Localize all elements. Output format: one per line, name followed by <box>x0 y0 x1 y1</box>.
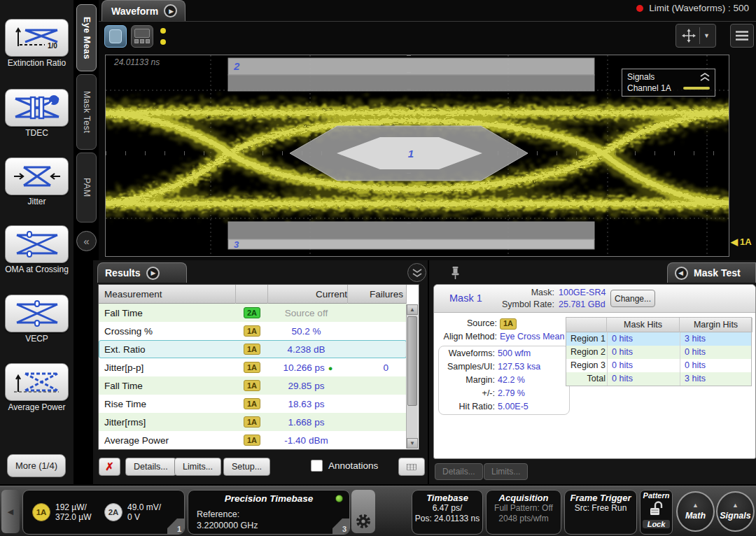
align-method-label: Align Method: <box>438 330 500 344</box>
signals-button[interactable]: ▲ Signals <box>716 491 755 532</box>
annotations-checkbox[interactable] <box>311 460 323 472</box>
marker-label: 1A <box>740 237 752 247</box>
pin-icon[interactable] <box>450 266 461 280</box>
legend-collapse-icon[interactable] <box>700 73 710 81</box>
details-button[interactable]: Details... <box>125 458 176 476</box>
channel-pager-left[interactable]: ◀ <box>1 490 20 533</box>
change-mask-button[interactable]: Change... <box>610 290 655 307</box>
eye-diagram-plot[interactable]: 2 3 1 24.01133 ns Signals <box>105 55 729 257</box>
table-row[interactable]: Rise Time1A18.63 ps <box>99 395 407 413</box>
back-icon[interactable]: ◀ <box>675 267 688 280</box>
scrollbar-thumb[interactable] <box>407 316 417 406</box>
setup-button[interactable]: Setup... <box>223 458 270 476</box>
panel-page-number: 3 <box>332 519 349 534</box>
tool-label: Extinction Ratio <box>5 59 69 68</box>
scroll-down-button[interactable]: ▼ <box>407 438 418 449</box>
table-row[interactable]: Jitter[rms]1A1.668 ps <box>99 413 407 431</box>
offset-value: 372.0 µW <box>55 512 92 522</box>
hits-row[interactable]: Region 10 hits3 hits <box>566 332 751 346</box>
more-measurements-button[interactable]: More (1/4) <box>7 454 66 477</box>
math-button[interactable]: ▲ Math <box>676 491 715 532</box>
legend-channel-label: Channel 1A <box>627 83 671 93</box>
results-scrollbar[interactable]: ▲ ▼ <box>406 304 418 449</box>
source-badge[interactable]: 1A <box>500 318 517 330</box>
limits-button[interactable]: Limits... <box>174 458 221 476</box>
panel-page-number: 1 <box>167 519 184 534</box>
results-tab[interactable]: Results ▶ <box>97 262 187 283</box>
hits-row[interactable]: Region 20 hits0 hits <box>566 346 751 359</box>
channel-level-marker[interactable]: ◀ 1A <box>731 237 752 247</box>
precision-timebase-led <box>335 495 343 502</box>
timebase-title: Timebase <box>412 493 482 503</box>
table-view-button[interactable] <box>398 458 425 476</box>
up-arrow-icon: ▲ <box>692 502 699 509</box>
split-display-button[interactable] <box>131 25 153 48</box>
offset-value: 0 V <box>127 512 140 522</box>
align-method-value[interactable]: Eye Cross Mean <box>500 330 564 344</box>
timebase-position-readout: 24.01133 ns <box>114 57 160 67</box>
tab-pam[interactable]: PAM <box>76 153 97 223</box>
svg-text:2: 2 <box>233 60 240 72</box>
channel-2a-chip[interactable]: 2A 49.0 mV/0 V <box>104 502 161 522</box>
timebase-panel[interactable]: Timebase 6.47 ps/ Pos: 24.01133 ns <box>412 490 483 535</box>
setup-gear-button[interactable] <box>351 490 375 533</box>
play-icon[interactable]: ▶ <box>146 267 160 280</box>
mask-test-tab[interactable]: ◀ Mask Test <box>667 262 756 283</box>
table-row[interactable]: Fall Time2ASource off <box>99 304 407 322</box>
bottom-status-bar: ◀ 1A 192 µW/372.0 µW 2A 49.0 mV/0 V 1 Pr… <box>0 486 756 536</box>
run-status-icon <box>636 5 643 12</box>
delete-measurement-button[interactable]: ✗ <box>99 458 120 476</box>
mask-stats-box: Waveforms:500 wfm Samples/UI:127.53 ksa … <box>438 346 570 415</box>
pattern-label: Pattern <box>640 491 672 500</box>
hits-total-row: Total0 hits3 hits <box>566 372 751 386</box>
table-row[interactable]: Jitter[p-p]1A10.266 ps●0 <box>99 358 407 376</box>
channel-1a-chip[interactable]: 1A 192 µW/372.0 µW <box>32 502 92 522</box>
mask-limits-button-disabled[interactable]: Limits... <box>484 463 528 480</box>
move-tool-button[interactable]: ▼ <box>676 24 716 48</box>
tab-mask-test[interactable]: Mask Test <box>76 74 97 150</box>
symbol-rate-value: 25.781 GBd <box>559 299 606 311</box>
trigger-source: Src: Free Run <box>565 503 636 514</box>
acquisition-panel[interactable]: Acquisition Full Pattern: Off 2048 pts/w… <box>486 490 561 535</box>
pattern-lock-panel[interactable]: Pattern Lock <box>640 490 673 535</box>
tool-oma-at-crossing[interactable]: OMA at Crossing <box>5 225 69 274</box>
sidebar-collapse-button[interactable]: « <box>76 231 97 251</box>
mask-hits-table: Mask Hits Margin Hits Region 10 hits3 hi… <box>566 317 752 386</box>
mask-details-button-disabled[interactable]: Details... <box>435 463 483 480</box>
table-row-selected[interactable]: Ext. Ratio1A4.238 dB <box>99 340 407 358</box>
play-icon[interactable]: ▶ <box>164 4 177 17</box>
display-menu-button[interactable] <box>730 24 754 48</box>
scroll-up-button[interactable]: ▲ <box>407 304 418 315</box>
menu-icon <box>735 30 749 41</box>
source-badge: 1A <box>244 344 260 355</box>
dropdown-icon[interactable]: ▼ <box>704 32 710 39</box>
results-table: Measurement Current Failures Fall Time2A… <box>98 284 419 450</box>
tool-label: Average Power <box>5 403 69 412</box>
svg-text:1: 1 <box>408 148 414 160</box>
mask-region-bottom: 3 <box>228 222 594 250</box>
tool-tdec[interactable]: TDEC <box>5 89 69 138</box>
waveform-area: Waveform ▶ Limit (Waveforms) : 500 ▼ <box>99 0 756 260</box>
channel-readout-panel[interactable]: 1A 192 µW/372.0 µW 2A 49.0 mV/0 V 1 <box>22 490 185 535</box>
tool-vecp[interactable]: VECP <box>5 295 69 344</box>
split-display-icon <box>134 29 150 38</box>
tool-label: TDEC <box>5 129 69 138</box>
frame-trigger-panel[interactable]: Frame Trigger Src: Free Run <box>564 490 637 535</box>
panel-minimize-button[interactable] <box>407 263 426 282</box>
table-row[interactable]: Fall Time1A29.85 ps <box>99 376 407 395</box>
waveform-tab[interactable]: Waveform ▶ <box>102 0 186 21</box>
tool-jitter[interactable]: Jitter <box>5 157 69 206</box>
reference-label: Reference: <box>197 509 239 519</box>
signals-legend: Signals Channel 1A <box>622 69 715 97</box>
tab-divider <box>99 21 756 22</box>
hits-row[interactable]: Region 30 hits0 hits <box>566 359 751 372</box>
precision-timebase-panel[interactable]: Precision Timebase Reference:3.2200000 G… <box>188 490 350 535</box>
tab-eye-meas[interactable]: Eye Meas <box>76 4 97 71</box>
single-display-button[interactable] <box>104 25 127 48</box>
table-row[interactable]: Average Power1A-1.40 dBm <box>99 431 407 449</box>
tool-average-power[interactable]: Average Power <box>5 363 69 412</box>
reference-value: 3.2200000 GHz <box>197 521 258 530</box>
table-row[interactable]: Crossing %1A50.2 % <box>99 322 407 340</box>
hit-ratio-value: 5.00E-5 <box>498 400 528 414</box>
tool-extinction-ratio[interactable]: 1/0 Extinction Ratio <box>5 19 69 68</box>
